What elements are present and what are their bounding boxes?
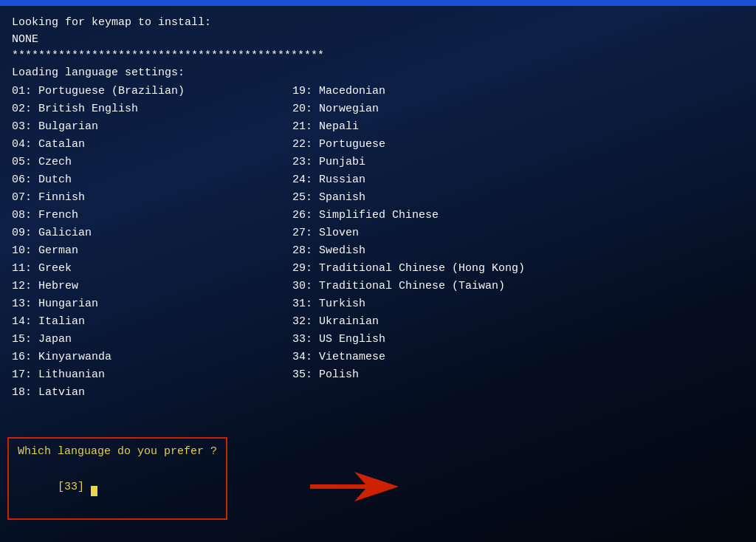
prompt-text-line1: Which language do you prefer ? [18,443,217,461]
list-item: 04: Catalan [12,136,292,154]
list-item: 19: Macedonian [292,83,706,100]
language-grid: 01: Portuguese (Brazilian)02: British En… [12,83,744,402]
language-column-right: 19: Macedonian20: Norwegian21: Nepali22:… [292,83,706,402]
list-item: 01: Portuguese (Brazilian) [12,83,292,100]
top-bar [0,0,756,6]
list-item: 27: Sloven [292,224,706,242]
header-line2: NONE [12,32,744,49]
list-item: 26: Simplified Chinese [292,207,706,224]
list-item: 25: Spanish [292,189,706,207]
list-item: 34: Vietnamese [292,349,706,366]
language-column-left: 01: Portuguese (Brazilian)02: British En… [12,83,292,402]
list-item: 18: Latvian [12,384,292,402]
list-item: 31: Turkish [292,295,706,313]
arrow-indicator [310,468,399,509]
list-item: 08: French [12,207,292,224]
list-item: 12: Hebrew [12,278,292,295]
list-item: 24: Russian [292,171,706,189]
list-item: 22: Portuguese [292,136,706,154]
list-item: 10: German [12,242,292,260]
list-item: 17: Lithuanian [12,366,292,384]
prompt-text-line2: [33] [18,461,217,514]
list-item: 13: Hungarian [12,295,292,313]
list-item: 28: Swedish [292,242,706,260]
list-item: 14: Italian [12,313,292,331]
list-item: 03: Bulgarian [12,118,292,136]
terminal-content: Looking for keymap to install: NONE ****… [12,15,744,402]
list-item: 20: Norwegian [292,100,706,118]
loading-line: Loading language settings: [12,65,744,82]
list-item: 06: Dutch [12,171,292,189]
list-item: 07: Finnish [12,189,292,207]
list-item: 30: Traditional Chinese (Taiwan) [292,278,706,295]
list-item: 05: Czech [12,154,292,171]
list-item: 29: Traditional Chinese (Hong Kong) [292,260,706,278]
svg-marker-0 [310,472,399,501]
stars-line: ****************************************… [12,48,744,65]
header-line1: Looking for keymap to install: [12,15,744,32]
list-item: 09: Galician [12,224,292,242]
list-item: 02: British English [12,100,292,118]
list-item: 15: Japan [12,331,292,349]
cursor [91,486,97,496]
list-item: 33: US English [292,331,706,349]
list-item: 11: Greek [12,260,292,278]
list-item: 16: Kinyarwanda [12,349,292,366]
list-item: 21: Nepali [292,118,706,136]
prompt-box[interactable]: Which language do you prefer ? [33] [7,437,227,520]
list-item: 35: Polish [292,366,706,384]
list-item: 32: Ukrainian [292,313,706,331]
list-item: 23: Punjabi [292,154,706,171]
terminal-screen: Looking for keymap to install: NONE ****… [0,0,756,542]
